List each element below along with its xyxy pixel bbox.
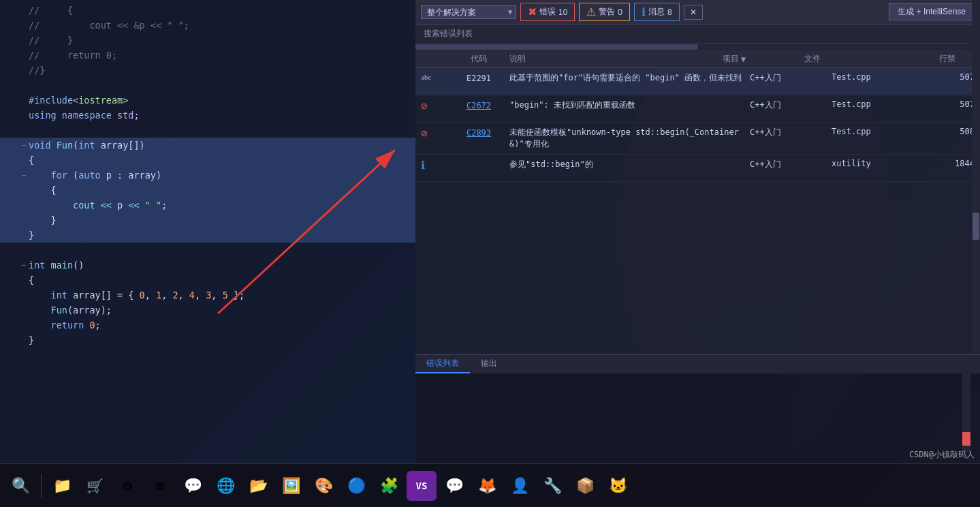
filter-icon: ✕ xyxy=(690,7,697,17)
taskbar-wechat[interactable]: 💬 xyxy=(178,471,208,501)
code-line: − int main() xyxy=(0,258,415,273)
info-label: 消息 xyxy=(648,6,665,18)
col-header-suppress: 禁 xyxy=(947,53,975,65)
tab-output[interactable]: 输出 xyxy=(470,355,508,373)
taskbar-visual-studio[interactable]: VS xyxy=(407,471,437,501)
col-header-project[interactable]: 项目 ▼ xyxy=(723,53,804,65)
build-label: 生成 + IntelliSense xyxy=(898,7,966,16)
info-badge-button[interactable]: ℹ 消息 8 xyxy=(634,3,680,21)
wechat-icon: 💬 xyxy=(184,477,202,494)
error-row[interactable]: ⊘ C2672 "begin": 未找到匹配的重载函数 C++入门 Test.c… xyxy=(415,95,980,123)
error-row[interactable]: ⊘ C2893 未能使函数模板"unknown-type std::begin(… xyxy=(415,123,980,155)
code-line: cout << p << " "; xyxy=(0,198,415,213)
code-editor: // { // cout << &p << " "; // } // retur… xyxy=(0,0,415,463)
taskbar-puzzle[interactable]: 🧩 xyxy=(374,471,404,501)
horizontal-scrollbar[interactable] xyxy=(415,44,980,50)
taskbar-photos[interactable]: 🖼️ xyxy=(276,471,306,501)
search-bar-label: 搜索错误列表 xyxy=(424,28,473,40)
taskbar-package[interactable]: 📦 xyxy=(570,471,600,501)
error-table: 代码 说明 项目 ▼ 文件 行 禁 abc E2291 此基于范围的"for"语… xyxy=(415,50,980,354)
vertical-scrollbar[interactable] xyxy=(972,0,980,354)
warning-badge-button[interactable]: ⚠ 警告 0 xyxy=(579,3,630,21)
taskbar-settings[interactable]: ⚙️ xyxy=(112,471,142,501)
scroll-indicator-thumb xyxy=(962,432,970,446)
cat-icon: 🐱 xyxy=(609,477,627,494)
code-line: // } xyxy=(0,33,415,48)
error-file: xutility xyxy=(832,159,920,168)
error-line: 507 xyxy=(920,99,975,109)
search-errors-bar: 搜索错误列表 xyxy=(415,25,980,44)
error-count: 10 xyxy=(558,7,567,17)
error-code-cell xyxy=(448,159,509,160)
avatar-icon: 👤 xyxy=(511,477,529,494)
bottom-output-area xyxy=(415,373,980,463)
error-file: Test.cpp xyxy=(832,99,920,109)
store-icon: 🛒 xyxy=(86,478,104,494)
code-line: − for (auto p : array) xyxy=(0,168,415,183)
code-line: − void Fun(int array[]) xyxy=(0,138,415,153)
error-row[interactable]: ℹ 参见"std::begin"的 C++入门 xutility 1844 xyxy=(415,155,980,182)
error-description: 此基于范围的"for"语句需要适合的 "begin" 函数，但未找到 xyxy=(509,72,750,84)
col-header-code: 代码 xyxy=(448,53,509,65)
error-label: 错误 xyxy=(539,6,556,18)
taskbar-avatar-app[interactable]: 👤 xyxy=(505,471,535,501)
info-icon: ℹ xyxy=(642,5,646,18)
tab-error-list[interactable]: 错误列表 xyxy=(415,355,470,373)
error-code-link[interactable]: C2672 xyxy=(467,101,491,110)
code-line: { xyxy=(0,273,415,288)
taskbar-firefox[interactable]: 🦊 xyxy=(472,471,502,501)
error-line: 1844 xyxy=(920,159,975,168)
photos-icon: 🖼️ xyxy=(282,477,300,494)
code-line xyxy=(0,243,415,258)
taskbar-search[interactable]: 🔍 xyxy=(5,471,35,501)
error-file: Test.cpp xyxy=(832,127,920,136)
error-badge-button[interactable]: ✖ 错误 10 xyxy=(520,3,575,21)
v-scrollbar-thumb xyxy=(973,213,979,240)
error-code-link[interactable]: C2893 xyxy=(467,128,491,138)
taskbar-colorful-app[interactable]: 🎨 xyxy=(309,471,338,501)
puzzle-icon: 🧩 xyxy=(380,477,398,494)
code-line: // return 0; xyxy=(0,48,415,63)
error-project: C++入门 xyxy=(750,159,832,170)
taskbar-gear-app[interactable]: 🔧 xyxy=(537,471,567,501)
error-row[interactable]: abc E2291 此基于范围的"for"语句需要适合的 "begin" 函数，… xyxy=(415,68,980,95)
folder-icon: 📂 xyxy=(249,477,268,494)
taskbar-edge[interactable]: 🌐 xyxy=(210,471,240,501)
row-icon: ℹ xyxy=(421,159,448,172)
code-line: return 0; xyxy=(0,318,415,333)
warning-icon: ⚠ xyxy=(586,5,596,18)
code-line: //} xyxy=(0,63,415,78)
code-line: } xyxy=(0,213,415,228)
info-count: 8 xyxy=(667,7,672,17)
code-line: // cout << &p << " "; xyxy=(0,18,415,33)
error-description: 未能使函数模板"unknown-type std::begin(_Contain… xyxy=(509,127,750,150)
taskbar-chrome[interactable]: 🔵 xyxy=(341,471,371,501)
error-line: 508 xyxy=(920,127,975,136)
taskbar-file-explorer[interactable]: 📁 xyxy=(47,471,77,501)
taskbar-cat[interactable]: 🐱 xyxy=(603,471,633,501)
firefox-icon: 🦊 xyxy=(478,477,496,494)
error-code-cell: E2291 xyxy=(448,72,509,83)
apps-grid-icon: ⊞ xyxy=(156,478,164,494)
row-icon: abc xyxy=(421,72,448,82)
col-header-line: 行 xyxy=(893,53,947,65)
col-header-desc: 说明 xyxy=(509,53,723,65)
taskbar-chat[interactable]: 💬 xyxy=(439,471,469,501)
code-line: #include<iostream> xyxy=(0,93,415,108)
edge-icon: 🌐 xyxy=(217,477,235,494)
taskbar-apps-grid[interactable]: ⊞ xyxy=(145,471,175,501)
bottom-tab-bar: 错误列表 输出 xyxy=(415,354,980,373)
code-line xyxy=(0,78,415,93)
row-icon: ⊘ xyxy=(421,99,448,112)
solution-select-wrapper[interactable]: 整个解决方案 当前项目 ▼ xyxy=(421,5,516,19)
taskbar-store[interactable]: 🛒 xyxy=(80,471,110,501)
solution-select[interactable]: 整个解决方案 当前项目 xyxy=(421,5,516,19)
build-button[interactable]: 生成 + IntelliSense xyxy=(889,3,975,20)
code-line: // { xyxy=(0,3,415,18)
code-line: { xyxy=(0,153,415,168)
code-line: Fun(array); xyxy=(0,303,415,318)
taskbar-folder[interactable]: 📂 xyxy=(243,471,273,501)
taskbar-divider xyxy=(41,474,42,498)
filter-button[interactable]: ✕ xyxy=(684,5,703,20)
sort-icon: ▼ xyxy=(741,55,746,64)
